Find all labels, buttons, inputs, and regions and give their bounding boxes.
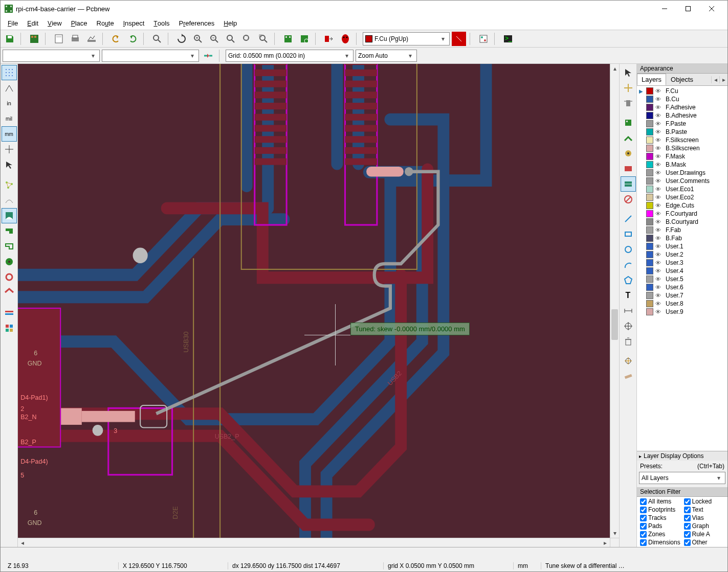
- eye-icon[interactable]: 👁: [655, 309, 664, 315]
- units-mils-button[interactable]: mil: [2, 111, 17, 126]
- layer-color-swatch[interactable]: [646, 169, 653, 176]
- horizontal-scrollbar[interactable]: ◂ ▸: [18, 538, 610, 547]
- eye-icon[interactable]: 👁: [655, 251, 664, 258]
- eye-icon[interactable]: 👁: [655, 145, 664, 151]
- eye-icon[interactable]: 👁: [655, 153, 664, 159]
- close-button[interactable]: [700, 1, 723, 16]
- full-crosshair-button[interactable]: [2, 142, 17, 157]
- eye-icon[interactable]: 👁: [655, 88, 664, 94]
- filter-checkbox[interactable]: [640, 523, 647, 530]
- scroll-down-icon[interactable]: ▾: [610, 529, 619, 538]
- vertical-scrollbar[interactable]: ▴ ▾: [610, 64, 619, 538]
- layer-row[interactable]: 👁 User.5: [637, 275, 727, 283]
- menu-edit[interactable]: Edit: [23, 18, 42, 28]
- zoom-dropdown[interactable]: Zoom Auto▾: [356, 50, 417, 62]
- layer-row[interactable]: 👁 B.Mask: [637, 161, 727, 169]
- filter-checkbox-row[interactable]: Other: [684, 539, 725, 546]
- board-setup-button[interactable]: [27, 32, 41, 46]
- auto-track-width-button[interactable]: [201, 49, 215, 63]
- filter-checkbox-row[interactable]: Graph: [684, 522, 725, 530]
- layer-color-swatch[interactable]: [646, 218, 653, 225]
- status-units[interactable]: mm: [513, 562, 539, 569]
- zoom-selection-button[interactable]: [240, 32, 254, 46]
- find-button[interactable]: [150, 32, 164, 46]
- layer-color-swatch[interactable]: [646, 145, 653, 152]
- layer-color-swatch[interactable]: [646, 96, 653, 103]
- layer-color-swatch[interactable]: [646, 128, 653, 135]
- layer-row[interactable]: 👁 B.Courtyard: [637, 218, 727, 226]
- pad-fill-button[interactable]: [2, 254, 17, 269]
- layer-row[interactable]: 👁 B.Cu: [637, 95, 727, 103]
- place-keepout-button[interactable]: [621, 192, 636, 207]
- drc-button[interactable]: [338, 32, 352, 46]
- via-size-dropdown[interactable]: ▾: [102, 50, 199, 62]
- eye-icon[interactable]: 👁: [655, 301, 664, 307]
- layer-row[interactable]: 👁 Edge.Cuts: [637, 201, 727, 210]
- scroll-thumb[interactable]: [611, 309, 618, 340]
- select-tool-button[interactable]: [621, 65, 636, 80]
- zoom-fit-button[interactable]: [224, 32, 238, 46]
- layer-row[interactable]: 👁 B.Adhesive: [637, 111, 727, 120]
- eye-icon[interactable]: 👁: [655, 96, 664, 102]
- eye-icon[interactable]: 👁: [655, 284, 664, 290]
- layer-color-swatch[interactable]: [646, 161, 653, 168]
- eye-icon[interactable]: 👁: [655, 186, 664, 192]
- layer-row[interactable]: 👁 User.6: [637, 283, 727, 291]
- pcb-canvas[interactable]: USB2_P B2_N B2_P D4-Pad1) D4-Pad4) GND 6…: [18, 64, 619, 547]
- filter-checkbox-row[interactable]: Vias: [684, 514, 725, 521]
- layer-row[interactable]: 👁 F.Fab: [637, 226, 727, 234]
- zone-display-filled-button[interactable]: [2, 223, 17, 239]
- filter-checkbox[interactable]: [684, 507, 691, 513]
- curved-ratsnest-button[interactable]: [2, 193, 17, 208]
- units-inches-button[interactable]: in: [2, 96, 17, 111]
- layer-row[interactable]: 👁 F.Paste: [637, 120, 727, 128]
- eye-icon[interactable]: 👁: [655, 219, 664, 225]
- filter-checkbox[interactable]: [640, 507, 647, 513]
- layer-color-swatch[interactable]: [646, 235, 653, 242]
- layer-color-swatch[interactable]: [646, 120, 653, 127]
- eye-icon[interactable]: 👁: [655, 129, 664, 135]
- plot-button[interactable]: [84, 32, 99, 46]
- eye-icon[interactable]: 👁: [655, 268, 664, 274]
- eye-icon[interactable]: 👁: [655, 170, 664, 176]
- layer-color-swatch[interactable]: [646, 276, 653, 283]
- units-mm-button[interactable]: mm: [2, 126, 17, 142]
- measure-button[interactable]: [621, 369, 636, 384]
- tab-scroll-left[interactable]: ◂: [711, 76, 719, 83]
- high-contrast-button[interactable]: [2, 305, 17, 321]
- layer-row[interactable]: 👁 F.Silkscreen: [637, 136, 727, 144]
- footprint-editor-button[interactable]: [281, 32, 295, 46]
- filter-checkbox-row[interactable]: Pads: [640, 522, 681, 530]
- track-fill-button[interactable]: [2, 285, 17, 300]
- filter-checkbox[interactable]: [684, 523, 691, 530]
- save-button[interactable]: [3, 32, 17, 46]
- eye-icon[interactable]: 👁: [655, 104, 664, 110]
- highlight-net-button[interactable]: [621, 80, 636, 96]
- route-track-button[interactable]: [621, 130, 636, 146]
- place-footprint-button[interactable]: [621, 115, 636, 130]
- eye-icon[interactable]: 👁: [655, 243, 664, 249]
- cursor-shape-button[interactable]: [2, 157, 17, 172]
- refresh-button[interactable]: [174, 32, 189, 46]
- layer-row[interactable]: 👁 F.Adhesive: [637, 103, 727, 111]
- layer-row[interactable]: 👁 User.1: [637, 242, 727, 250]
- display-mode-button[interactable]: [2, 208, 17, 223]
- layer-row[interactable]: 👁 F.Mask: [637, 152, 727, 161]
- delete-button[interactable]: [621, 334, 636, 349]
- net-color-button[interactable]: [2, 321, 17, 336]
- layer-row[interactable]: ▶ 👁 F.Cu: [637, 87, 727, 95]
- zoom-out-button[interactable]: [207, 32, 222, 46]
- place-text-button[interactable]: T: [621, 288, 636, 303]
- zoom-in-button[interactable]: [191, 32, 205, 46]
- eye-icon[interactable]: 👁: [655, 211, 664, 217]
- eye-icon[interactable]: 👁: [655, 227, 664, 233]
- scripting-button[interactable]: [476, 32, 491, 46]
- scroll-up-icon[interactable]: ▴: [610, 64, 619, 73]
- eye-icon[interactable]: 👁: [655, 202, 664, 209]
- menu-help[interactable]: Help: [219, 18, 241, 28]
- draw-circle-button[interactable]: [621, 242, 636, 257]
- layer-color-swatch[interactable]: [646, 202, 653, 209]
- page-settings-button[interactable]: [52, 32, 66, 46]
- scroll-right-icon[interactable]: ▸: [601, 538, 610, 547]
- layer-color-swatch[interactable]: [646, 259, 653, 266]
